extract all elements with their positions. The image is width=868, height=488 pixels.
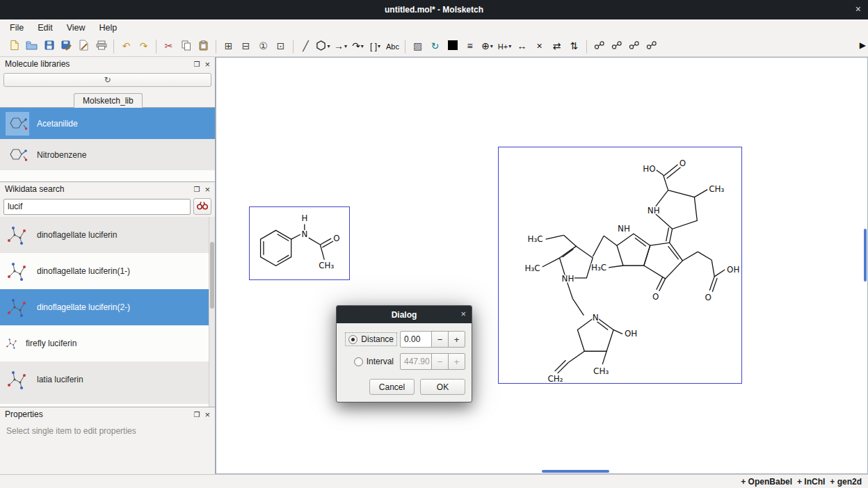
ring-tool-icon	[316, 40, 326, 53]
atom-label-ch3-bot: CH₃	[593, 366, 609, 376]
menu-view[interactable]: View	[60, 22, 93, 34]
dropdown-arrow-icon[interactable]: ▾	[327, 43, 330, 49]
print-button[interactable]	[93, 38, 110, 56]
canvas-vscrollbar-thumb[interactable]	[864, 229, 867, 282]
line-width-button[interactable]: ≡	[461, 38, 479, 56]
hydrogen-button[interactable]: H+▾	[496, 38, 513, 56]
wikidata-result-item[interactable]: latia luciferin	[0, 361, 209, 398]
save-as-icon	[61, 40, 72, 53]
selection-box-acetanilide[interactable]: H N O CH₃	[249, 206, 350, 280]
window-close-button[interactable]: ×	[855, 3, 861, 15]
flip-vertical-icon: ⇅	[570, 41, 579, 51]
babel-optimize-button[interactable]	[643, 38, 660, 56]
acetanilide-molecule[interactable]: H N O CH₃	[250, 207, 349, 279]
interval-value[interactable]: 447.90	[400, 353, 432, 370]
wikidata-result-item[interactable]: dinoflagellate luciferin	[0, 217, 209, 253]
panel-float-icon[interactable]: ❐	[193, 411, 200, 418]
dialog-titlebar[interactable]: Dialog ×	[337, 306, 472, 323]
wikidata-scrollbar-thumb[interactable]	[210, 242, 214, 309]
selection-box-luciferin[interactable]: HO O CH₃ NH NH H₃C H₃C H₃C NH O OH O N O…	[498, 147, 742, 384]
panel-float-icon[interactable]: ❐	[193, 186, 200, 193]
distance-radio-group[interactable]: Distance	[346, 333, 396, 345]
luciferin-molecule[interactable]: HO O CH₃ NH NH H₃C H₃C H₃C NH O OH O N O…	[499, 147, 741, 383]
panel-close-icon[interactable]: ×	[204, 410, 210, 419]
canvas-hscrollbar-thumb[interactable]	[542, 470, 609, 473]
charge-button[interactable]: ⊕▾	[479, 38, 496, 56]
dialog-close-button[interactable]: ×	[460, 309, 466, 319]
reaction-arrow-button[interactable]: →▾	[332, 38, 349, 56]
panel-close-icon[interactable]: ×	[204, 185, 210, 194]
export-button[interactable]	[75, 38, 93, 56]
delete-button[interactable]: ×	[531, 38, 548, 56]
drawing-canvas[interactable]: H N O CH₃	[216, 57, 868, 474]
charge-icon: ⊕	[481, 41, 490, 51]
hash-bond-button[interactable]: ▨	[409, 38, 426, 56]
menu-file[interactable]: File	[3, 22, 31, 34]
dropdown-arrow-icon[interactable]: ▾	[361, 43, 364, 49]
save-as-button[interactable]	[58, 38, 75, 56]
snap-align-button[interactable]: ↔	[513, 38, 531, 56]
save-button[interactable]	[40, 38, 58, 56]
save-icon	[45, 40, 54, 52]
copy-button[interactable]	[177, 38, 195, 56]
undo-button[interactable]: ↶	[118, 38, 135, 56]
dropdown-arrow-icon[interactable]: ▾	[490, 43, 493, 49]
titlebar[interactable]: untitled.mol* - Molsketch ×	[0, 0, 868, 19]
panel-close-icon[interactable]: ×	[204, 60, 210, 69]
babel-gen2d-button[interactable]	[590, 38, 608, 56]
dropdown-arrow-icon[interactable]: ▾	[378, 43, 380, 49]
zoom-out-button[interactable]: ⊟	[237, 38, 255, 56]
mechanism-arrow-button[interactable]: ↷▾	[349, 38, 367, 56]
redo-icon: ↷	[140, 41, 148, 51]
wikidata-search-input[interactable]	[3, 199, 191, 215]
draw-bond-button[interactable]: ╱	[297, 38, 314, 56]
atom-label-n-bot: N	[593, 313, 599, 323]
wikidata-result-item[interactable]: dinoflagellate luciferin(1-)	[0, 253, 209, 289]
flip-vertical-button[interactable]: ⇅	[565, 38, 583, 56]
sidebar: Molecule libraries ❐ × ↻ Molsketch_lib A…	[0, 57, 216, 474]
rotate-button[interactable]: ↻	[426, 38, 444, 56]
interval-radio-group[interactable]: Interval	[351, 355, 396, 368]
interval-increment-button[interactable]: +	[448, 353, 465, 370]
library-list: AcetanilideNitrobenzene	[0, 108, 215, 181]
flip-horizontal-button[interactable]: ⇄	[548, 38, 565, 56]
wikidata-result-item[interactable]: dinoflagellate luciferin(2-)	[0, 289, 209, 325]
library-item[interactable]: Acetanilide	[0, 108, 215, 139]
zoom-original-button[interactable]: ①	[255, 38, 272, 56]
tab-molsketch-lib[interactable]: Molsketch_lib	[74, 93, 143, 108]
text-tool-button[interactable]: Abc	[384, 38, 401, 56]
new-document-button[interactable]	[6, 38, 23, 56]
cancel-button[interactable]: Cancel	[369, 379, 415, 395]
color-swatch-button[interactable]	[444, 38, 461, 56]
wikidata-scrollbar[interactable]	[209, 217, 215, 407]
wikidata-result-label: dinoflagellate luciferin(2-)	[37, 302, 130, 312]
library-item[interactable]: Nitrobenzene	[0, 139, 215, 170]
bracket-tool-button[interactable]: [ ]▾	[367, 38, 384, 56]
open-file-button[interactable]	[23, 38, 40, 56]
wikidata-result-item[interactable]: firefly luciferin	[0, 325, 209, 361]
zoom-fit-button[interactable]: ⊡	[272, 38, 289, 56]
dropdown-arrow-icon[interactable]: ▾	[344, 43, 347, 49]
distance-value[interactable]: 0.00	[400, 331, 432, 348]
ring-tool-button[interactable]: ▾	[314, 38, 332, 56]
menu-edit[interactable]: Edit	[31, 22, 60, 34]
interval-decrement-button[interactable]: −	[431, 353, 449, 370]
distance-decrement-button[interactable]: −	[431, 331, 449, 348]
babel-add-hydrogens-button[interactable]	[608, 38, 625, 56]
refresh-library-button[interactable]: ↻	[3, 73, 211, 87]
menu-help[interactable]: Help	[93, 22, 124, 34]
babel-remove-hydrogens-button[interactable]	[625, 38, 643, 56]
paste-button[interactable]	[195, 38, 212, 56]
distance-increment-button[interactable]: +	[448, 331, 465, 348]
wikidata-search-button[interactable]	[193, 198, 211, 215]
wikidata-result-item-partial[interactable]	[0, 398, 209, 404]
interval-radio[interactable]	[354, 357, 363, 366]
cut-button[interactable]: ✂	[160, 38, 177, 56]
toolbar-overflow-icon[interactable]: ▶	[860, 40, 866, 50]
panel-float-icon[interactable]: ❐	[193, 60, 200, 68]
redo-button[interactable]: ↷	[135, 38, 152, 56]
ok-button[interactable]: OK	[420, 379, 465, 395]
distance-radio[interactable]	[348, 335, 357, 344]
zoom-in-button[interactable]: ⊞	[220, 38, 237, 56]
dropdown-arrow-icon[interactable]: ▾	[508, 43, 511, 49]
